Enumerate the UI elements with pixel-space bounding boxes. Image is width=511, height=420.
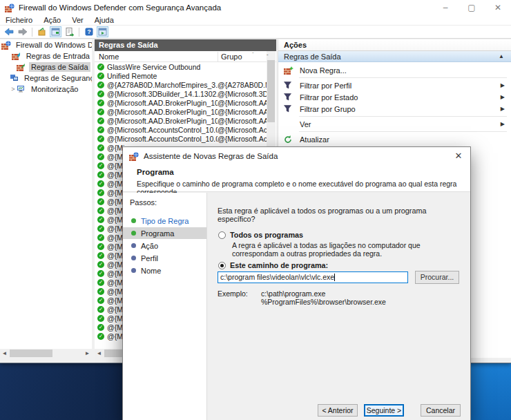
actions-separator [299, 77, 507, 78]
scroll-left-icon[interactable]: ◄ [0, 349, 9, 358]
radio-program-path[interactable]: Este caminho de programa: [218, 261, 328, 269]
rule-row[interactable]: ✓GlassWire Service Outbound [95, 62, 267, 71]
column-group[interactable]: Grupo [221, 52, 242, 61]
close-button[interactable]: ✕ [485, 0, 511, 15]
toolbar: ? [0, 26, 511, 39]
rule-row[interactable]: ✓@{Microsoft.AAD.BrokerPlugin_1000.162..… [95, 107, 267, 116]
browse-button[interactable]: Procurar... [415, 271, 459, 284]
maximize-button[interactable]: ▢ [459, 0, 485, 15]
step-label: Perfil [141, 254, 158, 262]
wizard-content-pane: Esta regra é aplicável a todos os progra… [208, 193, 470, 420]
example-lines: c:\path\program.exe %ProgramFiles%\brows… [261, 289, 386, 306]
rule-name: @{Microsoft.AAD.BrokerPlugin_1000.162... [107, 108, 218, 116]
actions-separator [299, 116, 507, 117]
tree-item-regras-de-seguran-a-de-lig[interactable]: Regras de Segurança de Lig [0, 73, 92, 84]
example-line-2: %ProgramFiles%\browser\browser.exe [261, 298, 386, 306]
rule-row[interactable]: ✓@{Microsoft.AccountsControl_10.0.1439..… [95, 125, 267, 134]
collapse-icon[interactable]: ▲ [499, 51, 504, 62]
sort-caret-icon: ˆ [252, 51, 254, 57]
text-caret [334, 274, 335, 281]
scroll-thumb[interactable] [10, 350, 52, 357]
forward-arrow[interactable] [17, 26, 28, 37]
minimize-button[interactable]: – [432, 0, 459, 15]
scroll-left-icon[interactable]: ◄ [95, 349, 104, 358]
menu-ficheiro[interactable]: Ficheiro [0, 16, 38, 24]
wizard-step-perfil[interactable]: Perfil [123, 252, 206, 264]
scroll-up-icon[interactable]: ˆ [267, 53, 269, 59]
action-atualizar[interactable]: Atualizar [278, 133, 511, 145]
radio-all-programs[interactable]: Todos os programas [218, 231, 303, 239]
action-nova-regra-[interactable]: Nova Regra... [278, 64, 511, 76]
back-button[interactable]: < Anterior [318, 404, 358, 417]
window-titlebar[interactable]: Firewall do Windows Defender com Seguran… [0, 0, 511, 15]
column-name[interactable]: Nome [99, 52, 119, 61]
rule-enabled-check-icon: ✓ [97, 279, 104, 286]
rule-row[interactable]: ✓@{Microsoft.AAD.BrokerPlugin_1000.143..… [95, 98, 267, 107]
monitor-icon [17, 85, 27, 94]
action-filtrar-por-perfil[interactable]: Filtrar por Perfil▶ [278, 79, 511, 91]
cancel-button[interactable]: Cancelar [421, 404, 461, 417]
rule-row[interactable]: ✓@{Microsoft.AccountsControl_10.0.1629..… [95, 134, 267, 143]
rule-group: @{Microsoft.3DBu [218, 90, 267, 98]
program-path-input[interactable]: c:\program files\videolan\vlc\vlc.exe [218, 271, 408, 283]
action-pane-icon[interactable] [97, 26, 108, 37]
rule-row[interactable]: ✓@{A278AB0D.MarchofEmpires_3.1.0.11_x...… [95, 80, 267, 89]
rule-row[interactable]: ✓@{Microsoft.3DBuilder_14.1.1302.0_x64_.… [95, 89, 267, 98]
rule-enabled-check-icon: ✓ [97, 135, 104, 142]
console-tree-panel: Firewall do Windows DefenderRegras de En… [0, 39, 93, 358]
console-window-icon[interactable] [50, 26, 61, 37]
action-filtrar-por-estado[interactable]: Filtrar por Estado▶ [278, 91, 511, 103]
dialog-title: Assistente de Novas Regras de Saída [144, 152, 278, 160]
show-tree-icon[interactable] [36, 26, 48, 37]
tree-item-label: Regras de Saída [29, 62, 90, 72]
radio-icon[interactable] [218, 231, 226, 239]
radio-path-label: Este caminho de programa: [230, 261, 328, 269]
tree-item-monitoriza-o[interactable]: >Monitorização [0, 84, 92, 95]
expander-icon[interactable]: > [10, 86, 17, 93]
rule-group: @{Microsoft.AAD [218, 99, 267, 107]
rule-in-icon [12, 52, 22, 61]
tree-item-regras-de-sa-da[interactable]: Regras de Saída [0, 61, 92, 73]
radio-icon[interactable] [218, 262, 226, 269]
help-icon[interactable]: ? [83, 26, 95, 37]
wizard-step-nome[interactable]: Nome [123, 265, 206, 276]
firewall-icon [1, 41, 12, 50]
export-doc-icon[interactable] [64, 26, 75, 37]
tree-horizontal-scrollbar[interactable]: ◄ ► [0, 349, 92, 358]
dialog-close-icon[interactable]: ✕ [452, 150, 465, 162]
action-filtrar-por-grupo[interactable]: Filtrar por Grupo▶ [278, 103, 511, 115]
tree-item-firewall-do-windows-defender[interactable]: Firewall do Windows Defender [0, 39, 92, 50]
refresh-icon [284, 135, 295, 144]
wizard-step-tipo-de-regra[interactable]: Tipo de Regra [123, 215, 206, 227]
menu-ação[interactable]: Ação [38, 16, 66, 24]
toolbar-separator [79, 28, 79, 37]
wizard-step-programa[interactable]: Programa [123, 227, 206, 239]
connsec-icon [10, 74, 20, 83]
scroll-right-icon[interactable]: ► [83, 349, 92, 358]
scroll-thumb[interactable] [267, 60, 275, 122]
rule-name: GlassWire Service Outbound [107, 63, 218, 71]
rule-enabled-check-icon: ✓ [97, 225, 104, 232]
next-button[interactable]: Seguinte > [364, 404, 404, 417]
rule-enabled-check-icon: ✓ [97, 288, 104, 295]
rule-row[interactable]: ✓Unified Remote [95, 71, 267, 80]
step-bullet-icon [131, 256, 136, 260]
wizard-step-a-o[interactable]: Ação [123, 240, 206, 251]
wizard-steps-pane: Passos: Tipo de RegraProgramaAçãoPerfilN… [123, 193, 207, 420]
menu-ver[interactable]: Ver [66, 16, 89, 24]
action-ver[interactable]: Ver▶ [278, 118, 511, 130]
tree-item-regras-de-entrada[interactable]: Regras de Entrada [0, 50, 92, 61]
rule-group: @{Microsoft.Acc [218, 126, 267, 134]
example-line-1: c:\path\program.exe [261, 289, 386, 298]
rule-group: @{Microsoft.AAD [218, 117, 267, 125]
menu-ajuda[interactable]: Ajuda [89, 16, 119, 24]
actions-section-header[interactable]: Regras de Saída ▲ [278, 51, 511, 62]
rule-enabled-check-icon: ✓ [97, 126, 104, 133]
rule-row[interactable]: ✓@{Microsoft.AAD.BrokerPlugin_1000.162..… [95, 116, 267, 125]
new-rule-icon [284, 66, 295, 75]
column-divider[interactable] [218, 52, 218, 61]
rule-enabled-check-icon: ✓ [97, 252, 104, 259]
dialog-titlebar[interactable]: Assistente de Novas Regras de Saída ✕ [123, 147, 470, 165]
rule-name: @{A278AB0D.MarchofEmpires_3.1.0.11_x... [107, 81, 218, 89]
back-arrow[interactable] [3, 26, 15, 37]
